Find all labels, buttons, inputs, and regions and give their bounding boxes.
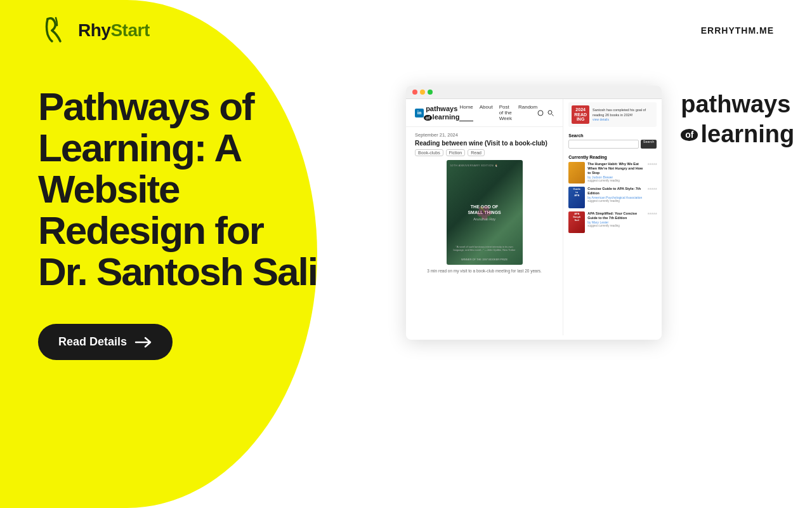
post-area: September 21, 2024 Reading between wine …	[406, 127, 563, 278]
widget-text: Santosh has completed his goal of readin…	[593, 108, 653, 117]
book-status-3: suggest currently reading	[587, 224, 645, 227]
pol-logo: pathways oflearning	[674, 86, 794, 147]
nav-home: Home	[459, 104, 473, 121]
read-details-button[interactable]: Read Details	[38, 324, 173, 360]
reading-widget: 2024READING Santosh has completed his go…	[568, 102, 657, 127]
tag-fiction: Fiction	[446, 149, 466, 156]
left-panel: Pathways of Learning: A Website Redesign…	[38, 86, 381, 360]
linkedin-icon: in	[415, 109, 424, 117]
svg-point-1	[548, 110, 552, 114]
browser-inner-layout: in pathways oflearning Home About Post o…	[406, 99, 662, 335]
search-row: Search	[568, 140, 657, 149]
book-info-2: Concise Guide to APA Style: 7th Edition …	[587, 187, 645, 203]
book-cover-image: 50TH ANNIVERSARY EDITION 🐧 THE GOD OFSMA…	[447, 160, 523, 265]
book-cover-2: GuidetoAPA	[568, 187, 585, 208]
book-status-1: suggest currently reading	[587, 179, 645, 182]
book-title-1: The Hunger Habit: Why We Eat When We're …	[587, 162, 645, 175]
stars-1: ★★★★★	[647, 162, 657, 166]
tag-book-clubs: Book-clubs	[415, 149, 443, 156]
browser-main-area: in pathways oflearning Home About Post o…	[406, 99, 563, 335]
logo-area: RhyStart	[38, 13, 150, 48]
year-badge: 2024READING	[572, 105, 589, 124]
book-status-2: suggest currently reading	[587, 199, 645, 203]
site-header: in pathways oflearning Home About Post o…	[406, 99, 563, 127]
browser-dots	[412, 90, 433, 95]
search-label: Search	[568, 133, 657, 138]
currently-reading-title: Currently Reading	[568, 155, 657, 159]
post-date: September 21, 2024	[415, 132, 554, 138]
browser-mockup: in pathways oflearning Home About Post o…	[406, 86, 662, 340]
nav-post-of-week: Post of the Week	[499, 104, 512, 121]
widget-link: view details	[593, 117, 653, 121]
book-item-3: APASimplified APA SimpliRed: Your Concis…	[568, 211, 657, 233]
header: RhyStart ERRHYTHM.ME	[0, 0, 812, 60]
widget-content: Santosh has completed his goal of readin…	[593, 108, 653, 121]
book-item-1: The Hunger Habit: Why We Eat When We're …	[568, 162, 657, 184]
rhystart-logo-icon	[38, 13, 73, 48]
book-cover-3: APASimplified	[568, 211, 585, 233]
pol-logo-area: pathways oflearning	[674, 86, 794, 147]
site-icons	[537, 110, 554, 116]
nav-about: About	[480, 104, 493, 121]
tag-read: Read	[468, 149, 485, 156]
search-icon-small	[547, 110, 554, 116]
dot-green	[428, 90, 433, 95]
right-panel: in pathways oflearning Home About Post o…	[406, 86, 794, 360]
svg-point-0	[538, 110, 543, 116]
currently-reading-section: Currently Reading The Hunger Habit: Why …	[563, 152, 662, 239]
site-nav: Home About Post of the Week Random	[459, 104, 537, 121]
arrow-icon	[134, 337, 152, 348]
moon-icon	[537, 110, 544, 116]
browser-side-area: 2024READING Santosh has completed his go…	[563, 99, 662, 335]
mockup-search: Search Search	[563, 130, 662, 152]
logo-text: RhyStart	[78, 20, 150, 41]
post-tags: Book-clubs Fiction Read	[415, 149, 554, 156]
main-content: Pathways of Learning: A Website Redesign…	[0, 60, 812, 360]
nav-errhythm[interactable]: ERRHYTHM.ME	[701, 25, 774, 36]
search-input-display	[568, 140, 639, 149]
post-title: Reading between wine (Visit to a book-cl…	[415, 140, 554, 147]
stars-3: ★★★★★	[647, 211, 657, 215]
book-title-2: Concise Guide to APA Style: 7th Edition	[587, 187, 645, 196]
browser-bar	[406, 86, 662, 99]
dot-yellow	[420, 90, 425, 95]
book-cover-1	[568, 162, 585, 184]
stars-2: ★★★★★	[647, 187, 657, 190]
book-caption: 3 min read on my visit to a book-club me…	[415, 269, 554, 273]
book-info-3: APA SimpliRed: Your Concise Guide to the…	[587, 211, 645, 227]
book-item-2: GuidetoAPA Concise Guide to APA Style: 7…	[568, 187, 657, 208]
search-button-display: Search	[641, 140, 657, 149]
book-info-1: The Hunger Habit: Why We Eat When We're …	[587, 162, 645, 182]
nav-random: Random	[518, 104, 537, 121]
of-badge: of	[681, 129, 698, 141]
book-image-container: 50TH ANNIVERSARY EDITION 🐧 THE GOD OFSMA…	[415, 160, 554, 269]
dot-red	[412, 90, 417, 95]
pol-logo-text: pathways oflearning	[681, 92, 794, 147]
svg-line-2	[552, 114, 554, 116]
site-logo: pathways oflearning	[424, 105, 459, 120]
page-title: Pathways of Learning: A Website Redesign…	[38, 86, 381, 292]
book-title-3: APA SimpliRed: Your Concise Guide to the…	[587, 211, 645, 220]
